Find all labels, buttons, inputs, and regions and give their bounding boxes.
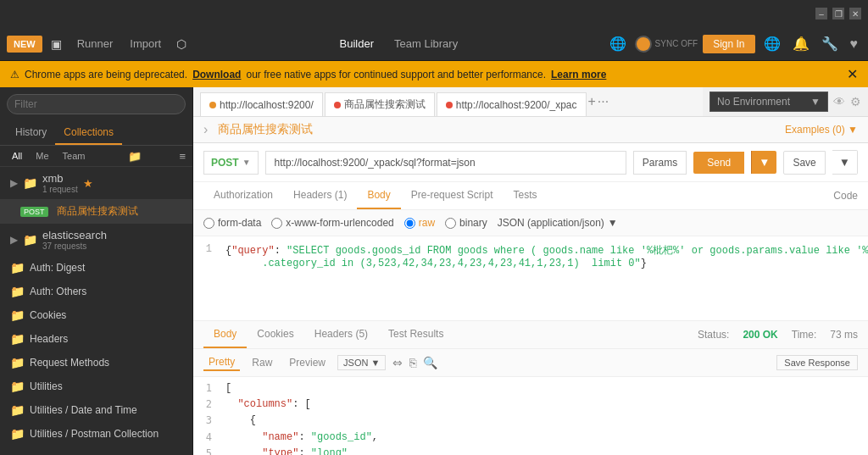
new-folder-icon-button[interactable]: 📁 <box>128 150 142 163</box>
tab-tests[interactable]: Tests <box>503 182 547 209</box>
request-header: › 商品属性搜索测试 Examples (0) ▼ <box>193 117 868 143</box>
save-button[interactable]: Save <box>783 151 825 175</box>
list-item[interactable]: 📁 Auth: Digest <box>0 256 192 280</box>
examples-button[interactable]: Examples (0) ▼ <box>785 124 858 136</box>
env-chevron-icon: ▼ <box>810 96 821 108</box>
save-response-button[interactable]: Save Response <box>776 355 858 370</box>
raw-button[interactable]: Raw <box>247 355 277 370</box>
pretty-button[interactable]: Pretty <box>203 354 240 371</box>
url-input[interactable] <box>265 151 626 175</box>
form-data-radio[interactable]: form-data <box>203 217 261 229</box>
list-item[interactable]: 📁 Utilities / Postman Collection <box>0 422 192 446</box>
req-tab-0[interactable]: http://localhost:9200/ <box>200 92 323 116</box>
globe-icon-button[interactable]: 🌐 <box>606 32 630 55</box>
heart-icon-button[interactable]: ♥ <box>847 33 862 55</box>
restore-button[interactable]: ❐ <box>832 8 844 19</box>
folder-icon: ▶ <box>10 177 18 189</box>
item-label: Request Methods <box>30 357 109 369</box>
close-button[interactable]: ✕ <box>849 8 861 19</box>
resp-tab-headers[interactable]: Headers (5) <box>304 321 378 348</box>
response-body: 1 2 3 4 5 6 7 8 9 [ "columns": [ { "name… <box>193 377 868 455</box>
new-button[interactable]: NEW <box>7 36 42 53</box>
item-label: Utilities / Date and Time <box>30 404 137 416</box>
save-dropdown-button[interactable]: ▼ <box>832 150 858 175</box>
resp-tab-cookies[interactable]: Cookies <box>247 321 303 348</box>
line-num: 2 <box>200 397 212 413</box>
download-link[interactable]: Download <box>192 69 241 80</box>
list-item[interactable]: 📁 Auth: Others <box>0 280 192 303</box>
wrench-icon-button[interactable]: 🔧 <box>818 32 842 55</box>
urlencoded-radio[interactable]: x-www-form-urlencoded <box>271 217 393 229</box>
sign-in-button[interactable]: Sign In <box>703 35 754 53</box>
sort-icon-button[interactable]: ≡ <box>179 150 186 163</box>
line-num: 3 <box>200 413 212 429</box>
tab-history[interactable]: History <box>7 121 55 145</box>
tab-body[interactable]: Body <box>357 182 400 209</box>
list-item[interactable]: 📁 Utilities <box>0 375 192 398</box>
list-item[interactable]: 📁 Headers <box>0 327 192 351</box>
wrap-icon-button[interactable]: ⇔ <box>392 356 403 369</box>
add-tab-button[interactable]: + <box>588 94 596 109</box>
search-input[interactable] <box>7 94 186 114</box>
item-sub: 1 request <box>42 185 78 194</box>
minimize-button[interactable]: – <box>815 8 827 19</box>
code-content[interactable]: {"query": "SELECT goods.goods_id FROM go… <box>219 243 868 314</box>
folder-icon: ▶ <box>10 234 18 246</box>
item-label: Utilities <box>30 380 63 392</box>
format-select[interactable]: JSON (application/json) ▼ <box>498 217 618 229</box>
tab-headers[interactable]: Headers (1) <box>283 182 357 209</box>
format-chevron-icon: ▼ <box>370 358 380 368</box>
env-select[interactable]: No Environment ▼ <box>709 92 828 112</box>
item-header: xmb 1 request <box>42 172 78 194</box>
method-select[interactable]: POST ▼ <box>203 151 259 175</box>
layout-icon-button[interactable]: ▣ <box>46 34 67 54</box>
sidebar-search-area <box>0 87 192 121</box>
more-tabs-button[interactable]: ··· <box>598 94 609 109</box>
resp-tab-test-results[interactable]: Test Results <box>378 321 453 348</box>
list-item[interactable]: 📁 Cookies <box>0 303 192 327</box>
globe2-icon-button[interactable]: 🌐 <box>760 32 784 55</box>
list-item[interactable]: ▶ 📁 elasticsearch 37 requests <box>0 224 192 256</box>
builder-tab[interactable]: Builder <box>340 34 374 53</box>
resp-tab-body[interactable]: Body <box>203 321 247 348</box>
list-item[interactable]: 📁 Request Methods <box>0 351 192 375</box>
runner-button[interactable]: Runner <box>70 34 120 53</box>
search-icon-button[interactable]: 🔍 <box>423 356 437 369</box>
line-numbers: 1 <box>193 243 219 314</box>
warning-close-button[interactable]: ✕ <box>847 66 858 82</box>
copy-icon-button[interactable]: ⎘ <box>409 356 416 369</box>
tab-collections[interactable]: Collections <box>55 121 122 145</box>
tab-authorization[interactable]: Authorization <box>203 182 283 209</box>
filter-me-button[interactable]: Me <box>31 149 53 163</box>
json-format-select[interactable]: JSON ▼ <box>337 355 386 370</box>
req-tab-1[interactable]: 商品属性搜索测试 <box>325 92 435 116</box>
request-options-tabs: Authorization Headers (1) Body Pre-reque… <box>193 182 868 210</box>
preview-button[interactable]: Preview <box>284 355 331 370</box>
line-num: 5 <box>200 446 212 455</box>
form-data-label: form-data <box>218 217 261 229</box>
list-item[interactable]: 📁 Utilities / Date and Time <box>0 398 192 422</box>
env-eye-icon-button[interactable]: 👁 <box>833 95 845 108</box>
raw-radio[interactable]: raw <box>404 217 435 229</box>
urlencoded-label: x-www-form-urlencoded <box>286 217 393 229</box>
filter-all-button[interactable]: All <box>7 149 27 163</box>
learn-more-link[interactable]: Learn more <box>551 69 606 80</box>
time-value: 73 ms <box>830 329 858 341</box>
item-header: elasticsearch 37 requests <box>42 229 107 251</box>
send-dropdown-button[interactable]: ▼ <box>751 151 776 174</box>
req-tab-2[interactable]: http://localhost:9200/_xpac <box>437 92 587 116</box>
team-library-tab[interactable]: Team Library <box>394 34 458 53</box>
list-item[interactable]: ▶ 📁 xmb 1 request ★ <box>0 167 192 199</box>
filter-team-button[interactable]: Team <box>58 149 91 163</box>
code-button[interactable]: Code <box>833 190 858 202</box>
list-item[interactable]: POST 商品属性搜索测试 <box>0 199 192 224</box>
tab-pre-request-script[interactable]: Pre-request Script <box>401 182 504 209</box>
import-button[interactable]: Import <box>123 34 168 53</box>
binary-radio[interactable]: binary <box>445 217 487 229</box>
bell-icon-button[interactable]: 🔔 <box>789 32 813 55</box>
line-num: 4 <box>200 430 212 446</box>
share-icon-button[interactable]: ⬡ <box>171 34 192 54</box>
params-button[interactable]: Params <box>633 151 687 175</box>
send-button[interactable]: Send <box>693 152 744 174</box>
env-gear-icon-button[interactable]: ⚙ <box>850 95 861 108</box>
